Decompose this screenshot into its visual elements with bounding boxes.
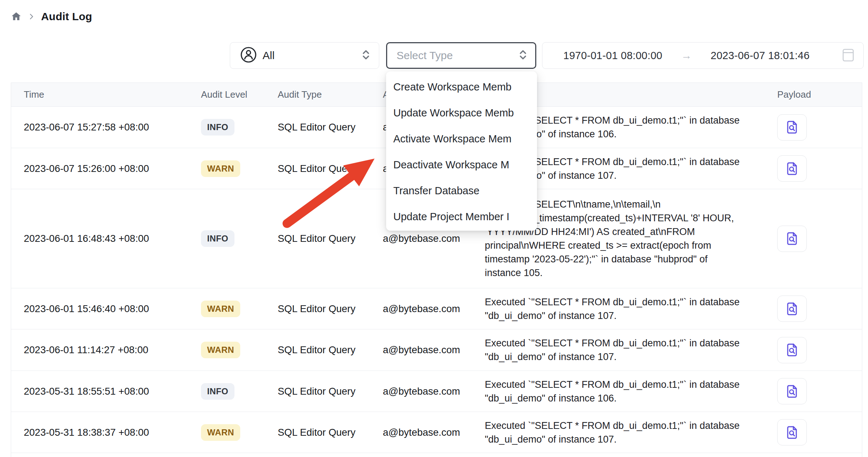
person-circle-icon [240,46,257,65]
document-search-icon [784,120,800,135]
dropdown-menu-item[interactable]: Transfer Database [386,178,537,204]
time-cell: 2023-06-07 15:26:00 +08:00 [11,163,188,174]
audit-type-select[interactable]: Select Type [386,42,536,69]
table-row: 2023-06-01 15:46:40 +08:00 WARN SQL Edit… [11,288,862,329]
view-payload-button[interactable] [777,378,807,404]
audit-type-cell: SQL Editor Query [267,427,371,438]
dropdown-menu-item[interactable]: Update Workspace Memb [386,100,537,126]
actor-cell: a@bytebase.com [371,344,474,356]
actor-filter-select[interactable]: All [230,42,379,69]
table-row: 2023-06-01 11:14:27 +08:00 WARN SQL Edit… [11,329,862,371]
table-row: 2023-05-31 18:38:37 +08:00 WARN SQL Edit… [11,412,862,453]
audit-type-placeholder: Select Type [397,49,453,62]
audit-type-cell: SQL Editor Query [267,303,371,315]
audit-level-badge: INFO [201,383,234,400]
audit-level-badge: WARN [201,342,240,358]
audit-type-dropdown-menu: Create Workspace MembUpdate Workspace Me… [386,71,537,231]
document-search-icon [784,384,800,399]
actor-cell: a@bytebase.com [371,386,474,397]
audit-level-badge: WARN [201,424,240,441]
level-cell: INFO [188,383,267,400]
document-search-icon [784,301,800,316]
view-payload-button[interactable] [777,155,807,182]
breadcrumb: Audit Log [11,9,92,24]
date-range-picker[interactable]: 1970-01-01 08:00:00 → 2023-06-07 18:01:4… [542,42,864,69]
payload-cell [766,337,862,363]
dropdown-menu-item[interactable]: Create Workspace Memb [386,74,537,100]
col-header-payload: Payload [766,89,862,100]
view-payload-button[interactable] [777,296,807,322]
audit-level-badge: WARN [201,301,240,317]
audit-type-cell: SQL Editor Query [267,386,371,397]
col-header-audit-type: Audit Type [267,89,371,100]
table-row: 2023-05-31 18:55:51 +08:00 INFO SQL Edit… [11,371,862,412]
payload-cell [766,226,862,252]
time-cell: 2023-06-01 16:48:43 +08:00 [11,233,188,244]
view-payload-button[interactable] [777,419,807,445]
chevron-updown-icon [518,49,528,62]
comment-cell: Executed `"SELECT * FROM db_ui_demo.t1;"… [474,336,766,364]
payload-cell [766,378,862,404]
level-cell: WARN [188,424,267,441]
level-cell: WARN [188,342,267,358]
actor-cell: a@bytebase.com [371,233,474,244]
table-row-partial [11,453,862,457]
document-search-icon [784,425,800,440]
chevron-updown-icon [361,49,371,62]
comment-cell: Executed `"SELECT * FROM db_ui_demo.t1;"… [474,419,766,446]
audit-type-cell: SQL Editor Query [267,344,371,356]
audit-level-badge: INFO [201,230,234,247]
date-range-start[interactable]: 1970-01-01 08:00:00 [563,50,662,62]
document-search-icon [784,231,800,246]
level-cell: WARN [188,301,267,317]
time-cell: 2023-05-31 18:38:37 +08:00 [11,427,188,438]
actor-cell: a@bytebase.com [371,427,474,438]
payload-cell [766,419,862,445]
view-payload-button[interactable] [777,226,807,252]
range-arrow-icon: → [681,49,692,62]
audit-type-cell: SQL Editor Query [267,163,371,174]
actor-cell: a@bytebase.com [371,303,474,315]
home-icon[interactable] [11,11,22,22]
payload-cell [766,296,862,322]
time-cell: 2023-06-01 15:46:40 +08:00 [11,303,188,315]
time-cell: 2023-06-07 15:27:58 +08:00 [11,121,188,133]
payload-cell [766,114,862,141]
comment-cell: Executed `"SELECT * FROM db_ui_demo.t1;"… [474,295,766,323]
document-search-icon [784,161,800,176]
level-cell: INFO [188,119,267,136]
date-range-end[interactable]: 2023-06-07 18:01:46 [711,50,810,62]
col-header-time: Time [11,89,188,100]
time-cell: 2023-06-01 11:14:27 +08:00 [11,344,188,356]
time-cell: 2023-05-31 18:55:51 +08:00 [11,386,188,397]
view-payload-button[interactable] [777,337,807,363]
page-title: Audit Log [41,10,92,23]
dropdown-menu-item[interactable]: Deactivate Workspace M [386,152,537,178]
document-search-icon [784,342,800,358]
level-cell: INFO [188,230,267,247]
dropdown-menu-item[interactable]: Activate Workspace Mem [386,126,537,152]
payload-cell [766,155,862,182]
level-cell: WARN [188,160,267,177]
dropdown-menu-item[interactable]: Update Project Member I [386,204,537,230]
audit-level-badge: WARN [201,160,240,177]
calendar-icon [842,48,854,63]
comment-cell: Executed `"SELECT * FROM db_ui_demo.t1;"… [474,378,766,405]
chevron-right-icon [27,13,35,21]
view-payload-button[interactable] [777,114,807,141]
audit-level-badge: INFO [201,119,234,136]
audit-type-cell: SQL Editor Query [267,121,371,133]
audit-type-cell: SQL Editor Query [267,233,371,244]
col-header-audit-level: Audit Level [188,89,267,100]
actor-filter-value: All [263,49,274,62]
